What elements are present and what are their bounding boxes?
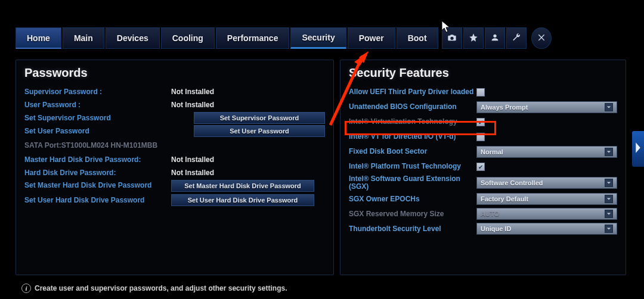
- info-icon: i: [21, 284, 31, 293]
- row-master-hdd-password: Master Hard Disk Drive Password: Not Ins…: [24, 154, 325, 166]
- row-user-password: User Password : Not Installed: [24, 99, 325, 111]
- side-next-button[interactable]: [632, 131, 644, 167]
- label: SGX Reserved Memory Size: [349, 210, 476, 218]
- feature-intel-ptt: Intel® Platform Trust Technology: [349, 160, 617, 173]
- dropdown-value: AUTO: [481, 210, 499, 217]
- label: Supervisor Password :: [24, 88, 171, 96]
- label: Hard Disk Drive Password:: [24, 169, 171, 177]
- feature-unattended-bios: Unattended BIOS Configuration Always Pro…: [349, 101, 617, 114]
- tools-button[interactable]: [506, 27, 527, 49]
- label: Intel® Software Guard Extension (SGX): [349, 175, 476, 191]
- dropdown[interactable]: Normal: [476, 146, 617, 158]
- set-master-hdd-password-button[interactable]: Set Master Hard Disk Drive Password: [171, 180, 314, 192]
- toolbar-icons: [442, 27, 527, 49]
- tab-main[interactable]: Main: [63, 27, 104, 49]
- dropdown-value: Normal: [481, 148, 503, 155]
- star-icon: [469, 33, 478, 44]
- tab-cooling[interactable]: Cooling: [161, 27, 215, 49]
- label: SATA Port:ST1000LM024 HN-M101MBB: [24, 141, 179, 150]
- feature-thunderbolt-security: Thunderbolt Security Level Unique ID: [349, 222, 617, 235]
- nav-tabs: Home Main Devices Cooling Performance Se…: [16, 27, 628, 49]
- chevron-down-icon: [605, 210, 613, 218]
- value: Not Installed: [171, 88, 231, 96]
- label: Fixed Disk Boot Sector: [349, 148, 476, 155]
- dropdown-value: Always Prompt: [481, 104, 528, 111]
- set-supervisor-password-button[interactable]: Set Supervisor Password: [194, 112, 325, 124]
- checkbox[interactable]: [476, 163, 485, 171]
- tab-security[interactable]: Security: [290, 27, 346, 49]
- tab-performance[interactable]: Performance: [216, 27, 290, 49]
- row-set-user-password: Set User Password Set User Password: [24, 125, 325, 137]
- row-supervisor-password: Supervisor Password : Not Installed: [24, 86, 325, 98]
- value: Not Installed: [171, 169, 231, 177]
- feature-allow-uefi-drivers: Allow UEFI Third Party Driver loaded: [349, 86, 617, 99]
- annotation-arrow: [324, 48, 373, 129]
- chevron-down-icon: [605, 179, 613, 187]
- feature-intel-vt: Intel® Virtualization Technology: [349, 116, 617, 129]
- dropdown-value: Factory Default: [481, 195, 528, 203]
- label: Set User Hard Disk Drive Password: [24, 196, 171, 204]
- checkbox[interactable]: [476, 88, 485, 96]
- label: Set Master Hard Disk Drive Password: [24, 182, 171, 189]
- row-sata-port: SATA Port:ST1000LM024 HN-M101MBB: [24, 139, 325, 151]
- tab-home[interactable]: Home: [16, 27, 61, 49]
- checkbox[interactable]: [476, 133, 485, 141]
- set-user-hdd-password-button[interactable]: Set User Hard Disk Drive Password: [171, 194, 314, 206]
- label: Intel® VT for Directed I/O (VT-d): [349, 133, 476, 141]
- exit-button[interactable]: [531, 27, 552, 49]
- row-hdd-password: Hard Disk Drive Password: Not Installed: [24, 167, 325, 179]
- wrench-icon: [512, 33, 521, 44]
- label: SGX Owner EPOCHs: [349, 195, 476, 203]
- tab-boot[interactable]: Boot: [397, 27, 438, 49]
- label: Set Supervisor Password: [24, 114, 145, 122]
- feature-intel-sgx: Intel® Software Guard Extension (SGX) So…: [349, 175, 617, 191]
- dropdown[interactable]: AUTO: [476, 208, 617, 220]
- set-user-password-button[interactable]: Set User Password: [194, 125, 325, 137]
- footer-help-text: Create user and supervisor passwords, an…: [35, 284, 287, 292]
- value: Not Installed: [171, 155, 231, 164]
- feature-fixed-disk-boot-sector: Fixed Disk Boot Sector Normal: [349, 145, 617, 158]
- dropdown[interactable]: Always Prompt: [476, 101, 617, 113]
- label: Intel® Platform Trust Technology: [349, 163, 476, 170]
- tab-devices[interactable]: Devices: [106, 27, 160, 49]
- security-features-panel: Security Features Allow UEFI Third Party…: [340, 60, 626, 275]
- label: Thunderbolt Security Level: [349, 225, 476, 233]
- profile-button[interactable]: [485, 27, 505, 49]
- mouse-cursor: [441, 20, 452, 33]
- dropdown-value: Software Controlled: [481, 179, 543, 186]
- chevron-down-icon: [605, 195, 613, 203]
- feature-intel-vtd: Intel® VT for Directed I/O (VT-d): [349, 130, 617, 144]
- checkbox[interactable]: [476, 118, 485, 126]
- label: Set User Password: [24, 127, 145, 135]
- chevron-down-icon: [605, 148, 613, 156]
- user-icon: [490, 33, 500, 44]
- security-features-heading: Security Features: [349, 66, 617, 80]
- label: User Password :: [24, 101, 171, 109]
- passwords-panel: Passwords Supervisor Password : Not Inst…: [16, 60, 334, 275]
- passwords-heading: Passwords: [24, 66, 325, 80]
- dropdown-value: Unique ID: [481, 225, 511, 232]
- dropdown[interactable]: Software Controlled: [476, 177, 617, 189]
- chevron-right-icon: [634, 142, 642, 156]
- dropdown[interactable]: Unique ID: [476, 223, 617, 235]
- svg-line-0: [330, 56, 363, 125]
- camera-icon: [447, 33, 457, 44]
- label: Master Hard Disk Drive Password:: [24, 155, 171, 164]
- close-icon: [537, 33, 546, 44]
- chevron-down-icon: [605, 103, 613, 111]
- feature-sgx-owner-epochs: SGX Owner EPOCHs Factory Default: [349, 192, 617, 205]
- feature-sgx-reserved-memory: SGX Reserved Memory Size AUTO: [349, 207, 617, 220]
- row-set-user-hdd-password: Set User Hard Disk Drive Password Set Us…: [24, 194, 325, 206]
- chevron-down-icon: [605, 225, 613, 233]
- value: Not Installed: [171, 101, 231, 109]
- dropdown[interactable]: Factory Default: [476, 193, 617, 205]
- favorites-button[interactable]: [463, 27, 484, 49]
- row-set-supervisor-password: Set Supervisor Password Set Supervisor P…: [24, 112, 325, 124]
- row-set-master-hdd-password: Set Master Hard Disk Drive Password Set …: [24, 180, 325, 192]
- footer-help: i Create user and supervisor passwords, …: [21, 284, 287, 293]
- tab-power[interactable]: Power: [348, 27, 395, 49]
